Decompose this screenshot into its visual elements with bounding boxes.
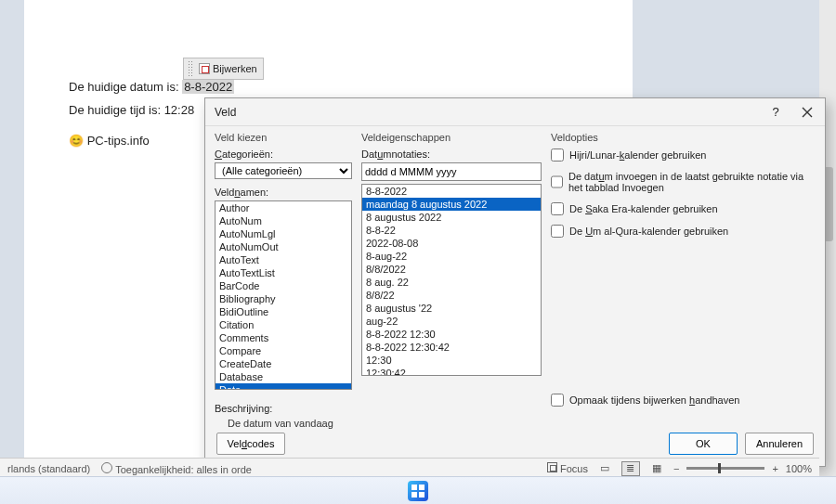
fieldname-item[interactable]: AutoText xyxy=(216,253,351,266)
accessibility-status[interactable]: Toegankelijkheid: alles in orde xyxy=(101,462,252,475)
field-option-label: Hijri/Lunar-kalender gebruiken xyxy=(569,149,706,161)
dateformat-item[interactable]: 12:30 xyxy=(362,354,541,367)
svg-rect-3 xyxy=(419,492,425,498)
dateformat-item[interactable]: 8-8-22 xyxy=(362,224,541,237)
view-print-button[interactable]: ≣ xyxy=(621,461,640,476)
fieldname-item[interactable]: Compare xyxy=(216,344,351,357)
dateformat-item[interactable]: 8 aug. 22 xyxy=(362,276,541,289)
fieldnames-label: Veldnamen: xyxy=(215,187,352,198)
field-options-heading: Veldopties xyxy=(551,132,816,143)
field-option-checkbox[interactable]: De Um al-Qura-kalender gebruiken xyxy=(551,225,816,238)
field-option-label: De Saka Era-kalender gebruiken xyxy=(569,203,718,214)
fieldname-item[interactable]: Comments xyxy=(216,331,351,344)
field-option-checkbox[interactable]: Hijri/Lunar-kalender gebruiken xyxy=(551,149,816,162)
fieldname-item[interactable]: Date xyxy=(216,383,351,390)
field-option-label: De datum invoegen in de laatst gebruikte… xyxy=(568,171,816,193)
field-properties-heading: Veldeigenschappen xyxy=(361,132,542,143)
doc-date-field[interactable]: 8-8-2022 xyxy=(182,80,234,94)
accessibility-icon xyxy=(101,462,112,473)
fieldname-item[interactable]: AutoNumLgl xyxy=(216,227,351,240)
dateformat-item[interactable]: 12:30:42 xyxy=(362,367,541,376)
dateformat-item[interactable]: 8-8-2022 xyxy=(362,185,541,198)
dateformat-listbox[interactable]: 8-8-2022maandag 8 augustus 20228 augustu… xyxy=(361,184,542,376)
dateformat-item[interactable]: 8/8/22 xyxy=(362,289,541,302)
categories-label: CCategorieën:ategorieën: xyxy=(215,149,352,160)
doc-time-field: 12:28 xyxy=(164,103,195,117)
description-label: Beschrijving: xyxy=(215,403,352,414)
zoom-slider[interactable] xyxy=(686,467,764,470)
svg-rect-1 xyxy=(419,485,425,490)
focus-mode[interactable]: Focus xyxy=(547,462,588,474)
fieldname-item[interactable]: Author xyxy=(216,201,351,214)
dateformat-item[interactable]: 8 augustus 2022 xyxy=(362,211,541,224)
fieldname-item[interactable]: Bibliography xyxy=(216,292,351,305)
categories-combo[interactable]: (Alle categorieën) xyxy=(215,162,352,179)
view-read-button[interactable]: ▭ xyxy=(595,461,614,476)
focus-icon xyxy=(547,462,557,472)
fieldname-item[interactable]: BarCode xyxy=(216,279,351,292)
taskbar xyxy=(0,476,836,504)
fieldname-item[interactable]: Citation xyxy=(216,318,351,331)
preserve-formatting-label: Opmaak tijdens bijwerken handhaven xyxy=(569,394,739,406)
dialog-titlebar: Veld ? xyxy=(205,98,825,126)
help-button[interactable]: ? xyxy=(760,99,791,125)
dateformat-item[interactable]: 2022-08-08 xyxy=(362,237,541,250)
field-option-checkbox[interactable]: De datum invoegen in de laatst gebruikte… xyxy=(551,171,816,193)
update-field-popup[interactable]: Bijwerken xyxy=(183,58,264,80)
dateformat-item[interactable]: 8/8/2022 xyxy=(362,263,541,276)
field-option-checkbox[interactable]: De Saka Era-kalender gebruiken xyxy=(551,202,816,215)
dateformat-item[interactable]: maandag 8 augustus 2022 xyxy=(362,198,541,211)
doc-line-2-prefix: De huidige tijd is: xyxy=(69,103,164,117)
language-status[interactable]: rlands (standaard) xyxy=(7,463,90,474)
field-option-label: De Um al-Qura-kalender gebruiken xyxy=(569,226,728,237)
fieldname-item[interactable]: AutoNum xyxy=(216,214,351,227)
dateformat-item[interactable]: 8-aug-22 xyxy=(362,250,541,263)
doc-line-1: De huidige datum is: 8-8-2022 xyxy=(69,80,588,94)
dateformat-label: Datumnotaties: xyxy=(361,149,542,160)
choose-field-heading: Veld kiezen xyxy=(215,132,352,143)
preserve-formatting-checkbox[interactable]: Opmaak tijdens bijwerken handhaven xyxy=(551,394,816,407)
fieldname-item[interactable]: CreateDate xyxy=(216,357,351,370)
dateformat-input[interactable] xyxy=(361,162,542,181)
fieldnames-listbox[interactable]: AuthorAutoNumAutoNumLglAutoNumOutAutoTex… xyxy=(215,200,352,390)
dateformat-item[interactable]: aug-22 xyxy=(362,315,541,328)
start-button[interactable] xyxy=(408,481,428,501)
update-icon xyxy=(199,63,210,74)
fieldname-item[interactable]: AutoNumOut xyxy=(216,240,351,253)
ok-button[interactable]: OK xyxy=(669,433,738,455)
fieldcodes-button[interactable]: Veldcodes xyxy=(216,433,285,455)
dateformat-item[interactable]: 8 augustus '22 xyxy=(362,302,541,315)
update-label: Bijwerken xyxy=(213,63,257,74)
doc-line-1-prefix: De huidige datum is: xyxy=(69,80,182,94)
fieldname-item[interactable]: AutoTextList xyxy=(216,266,351,279)
close-button[interactable] xyxy=(791,99,823,125)
fieldname-item[interactable]: BidiOutline xyxy=(216,305,351,318)
zoom-in-button[interactable]: + xyxy=(772,463,777,474)
dialog-title: Veld xyxy=(215,106,236,119)
view-web-button[interactable]: ▦ xyxy=(647,461,666,476)
zoom-percent[interactable]: 100% xyxy=(786,463,812,474)
grip-icon xyxy=(188,60,194,77)
cancel-button[interactable]: Annuleren xyxy=(745,433,814,455)
svg-rect-2 xyxy=(411,492,417,498)
pc-tips-label: PC-tips.info xyxy=(87,134,150,148)
zoom-out-button[interactable]: − xyxy=(673,463,679,474)
svg-rect-0 xyxy=(411,485,417,490)
emoji-icon: 😊 xyxy=(69,134,84,148)
dateformat-item[interactable]: 8-8-2022 12:30:42 xyxy=(362,341,541,354)
statusbar: rlands (standaard) Toegankelijkheid: all… xyxy=(0,458,819,478)
field-dialog: Veld ? Veld kiezen CCategorieën:ategorie… xyxy=(204,97,826,467)
fieldname-item[interactable]: Database xyxy=(216,370,351,383)
dateformat-item[interactable]: 8-8-2022 12:30 xyxy=(362,328,541,341)
